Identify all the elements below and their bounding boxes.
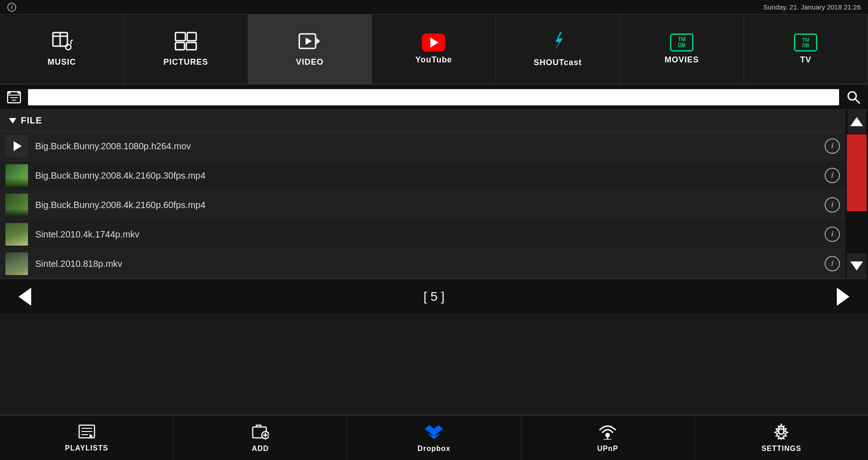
tv-icon: TMDB: [794, 33, 817, 52]
search-input[interactable]: [28, 89, 839, 105]
svg-marker-11: [316, 38, 320, 44]
tab-pictures-label: PICTURES: [163, 57, 208, 67]
svg-rect-6: [175, 33, 185, 41]
tab-youtube[interactable]: YouTube: [372, 14, 496, 84]
datetime: Sunday, 21. January 2018 21:26: [763, 3, 861, 11]
youtube-icon: [422, 33, 445, 52]
svg-line-5: [71, 40, 73, 41]
scroll-down-button[interactable]: [847, 253, 867, 279]
svg-line-21: [855, 99, 859, 103]
tab-tv[interactable]: TMDB TV: [744, 14, 868, 84]
tab-movies[interactable]: TMDB MOVIES: [620, 14, 744, 84]
tab-video[interactable]: VIDEO: [248, 14, 372, 84]
file-header: FILE: [0, 110, 845, 132]
scroll-thumb[interactable]: [847, 134, 867, 211]
add-icon: [252, 423, 269, 442]
tab-tv-label: TV: [800, 55, 811, 65]
prev-page-button[interactable]: [14, 285, 36, 308]
svg-marker-13: [555, 32, 563, 50]
svg-point-3: [66, 44, 71, 50]
bottom-tab-settings[interactable]: SETTINGS: [695, 416, 868, 460]
movies-icon: TMDB: [670, 33, 693, 52]
list-item[interactable]: Big.Buck.Bunny.2008.4k.2160p.30fps.mp4 i: [0, 161, 845, 190]
file-name-5: Sintel.2010.818p.mkv: [35, 259, 819, 269]
file-name-2: Big.Buck.Bunny.2008.4k.2160p.30fps.mp4: [35, 171, 819, 181]
playlists-icon: [78, 424, 95, 441]
info-icon[interactable]: i: [7, 3, 16, 12]
tab-video-label: VIDEO: [296, 57, 324, 67]
collapse-icon[interactable]: [9, 118, 16, 123]
dropbox-icon: [425, 423, 443, 442]
svg-marker-23: [837, 288, 849, 306]
file-thumbnail-5: [5, 252, 28, 275]
list-item[interactable]: Big.Buck.Bunny.2008.4k.2160p.60fps.mp4 i: [0, 190, 845, 220]
svg-marker-22: [19, 288, 31, 306]
shoutcast-icon: [547, 31, 568, 54]
tab-movies-label: MOVIES: [665, 55, 699, 65]
bottom-tab-playlists-label: PLAYLISTS: [65, 444, 108, 452]
nav-tabs: MUSIC PICTURES VIDEO YouTube: [0, 14, 868, 85]
settings-icon: [773, 423, 790, 442]
bottom-tab-add[interactable]: ADD: [174, 416, 347, 460]
svg-rect-8: [175, 43, 184, 50]
svg-rect-7: [187, 33, 196, 41]
main-content: FILE Big.Buck.Bunny.2008.1080p.h264.mov …: [0, 110, 868, 279]
svg-marker-12: [306, 38, 312, 45]
tab-shoutcast[interactable]: SHOUTcast: [496, 14, 620, 84]
bottom-tab-dropbox[interactable]: Dropbox: [347, 416, 521, 460]
tab-shoutcast-label: SHOUTcast: [533, 58, 582, 67]
bottom-tab-playlists[interactable]: PLAYLISTS: [0, 416, 174, 460]
info-button-4[interactable]: i: [825, 227, 840, 242]
file-list: Big.Buck.Bunny.2008.1080p.h264.mov i Big…: [0, 132, 845, 279]
pagination: [ 5 ]: [0, 279, 868, 315]
bottom-nav: PLAYLISTS ADD Dropbox: [0, 415, 868, 460]
search-area: [0, 85, 868, 110]
list-item[interactable]: Big.Buck.Bunny.2008.1080p.h264.mov i: [0, 132, 845, 161]
svg-rect-9: [186, 43, 196, 50]
upnp-icon: [599, 423, 616, 442]
info-button-5[interactable]: i: [825, 256, 840, 271]
info-button-2[interactable]: i: [825, 168, 840, 183]
file-header-label: FILE: [21, 115, 42, 126]
tab-pictures[interactable]: PICTURES: [124, 14, 248, 84]
svg-point-19: [18, 91, 20, 94]
list-item[interactable]: Sintel.2010.818p.mkv i: [0, 249, 845, 279]
bottom-tab-upnp[interactable]: UPnP: [521, 416, 695, 460]
file-thumbnail-4: [5, 223, 28, 246]
music-icon: [51, 32, 73, 54]
tab-music[interactable]: MUSIC: [0, 14, 124, 84]
pictures-icon: [175, 32, 197, 54]
page-count: [ 5 ]: [424, 289, 445, 304]
file-name-1: Big.Buck.Bunny.2008.1080p.h264.mov: [35, 141, 819, 152]
video-icon: [298, 32, 321, 54]
filter-icon[interactable]: [5, 89, 23, 106]
bottom-tab-dropbox-label: Dropbox: [418, 445, 451, 453]
bottom-tab-upnp-label: UPnP: [597, 445, 618, 453]
file-name-3: Big.Buck.Bunny.2008.4k.2160p.60fps.mp4: [35, 200, 819, 210]
top-bar: i Sunday, 21. January 2018 21:26: [0, 0, 868, 14]
file-list-area: FILE Big.Buck.Bunny.2008.1080p.h264.mov …: [0, 110, 845, 279]
list-item[interactable]: Sintel.2010.4k.1744p.mkv i: [0, 220, 845, 249]
next-page-button[interactable]: [832, 285, 854, 308]
bottom-tab-settings-label: SETTINGS: [761, 445, 801, 453]
file-thumbnail-3: [5, 194, 28, 216]
search-button[interactable]: [844, 89, 863, 106]
info-button-1[interactable]: i: [825, 138, 840, 154]
file-thumbnail-1: [5, 135, 28, 157]
bottom-tab-add-label: ADD: [252, 445, 269, 453]
file-name-4: Sintel.2010.4k.1744p.mkv: [35, 229, 819, 240]
tab-music-label: MUSIC: [47, 57, 76, 67]
scrollbar: [845, 110, 868, 279]
svg-point-18: [8, 91, 11, 94]
info-button-3[interactable]: i: [825, 197, 840, 213]
scroll-up-button[interactable]: [848, 110, 866, 133]
svg-point-40: [778, 429, 784, 434]
file-thumbnail-2: [5, 164, 28, 187]
tab-youtube-label: YouTube: [415, 55, 452, 65]
